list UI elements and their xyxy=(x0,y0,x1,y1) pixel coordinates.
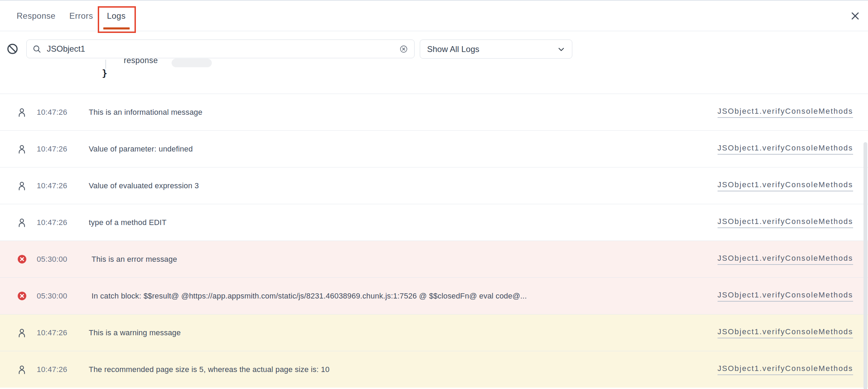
scrolled-json-entry: response } xyxy=(0,58,868,94)
log-message: This is an informational message xyxy=(89,108,718,117)
chevron-down-icon xyxy=(557,45,566,54)
log-source-link[interactable]: JSObject1.verifyConsoleMethods xyxy=(718,144,853,155)
log-row-info[interactable]: 10:47:26 Value of evaluated expression 3… xyxy=(0,167,868,204)
clear-logs-icon[interactable] xyxy=(7,43,18,55)
tab-logs-label: Logs xyxy=(107,11,125,21)
search-icon xyxy=(32,44,42,54)
close-icon[interactable] xyxy=(850,11,860,21)
log-row-error[interactable]: 05:30:00 In catch block: $$result@ @http… xyxy=(0,277,868,314)
clear-search-icon[interactable] xyxy=(399,45,408,53)
log-level-dropdown[interactable]: Show All Logs xyxy=(420,40,572,59)
vertical-scrollbar[interactable] xyxy=(863,142,867,389)
log-search-box xyxy=(26,40,415,58)
log-list: 10:47:26 This is an informational messag… xyxy=(0,94,868,389)
log-source-link[interactable]: JSObject1.verifyConsoleMethods xyxy=(718,254,853,265)
debugger-logs-panel: Response Errors Logs xyxy=(0,0,868,389)
user-icon xyxy=(17,181,27,191)
log-source-link[interactable]: JSObject1.verifyConsoleMethods xyxy=(718,291,853,302)
log-source-link[interactable]: JSObject1.verifyConsoleMethods xyxy=(718,217,853,228)
json-indent-guide xyxy=(105,60,106,69)
search-input[interactable] xyxy=(46,44,399,54)
log-timestamp: 10:47:26 xyxy=(37,365,89,374)
log-message: This is an error message xyxy=(89,255,718,264)
user-icon xyxy=(17,364,27,375)
log-timestamp: 10:47:26 xyxy=(37,108,89,117)
log-message: In catch block: $$result@ @https://app.a… xyxy=(89,292,718,301)
json-closing-brace: } xyxy=(102,68,107,78)
log-source-link[interactable]: JSObject1.verifyConsoleMethods xyxy=(718,107,853,118)
log-row-info[interactable]: 10:47:26 Value of parameter: undefined J… xyxy=(0,130,868,167)
log-message: Value of parameter: undefined xyxy=(89,145,718,154)
log-timestamp: 10:47:26 xyxy=(37,328,89,337)
logs-filter-bar: Show All Logs xyxy=(0,32,868,58)
log-message: The recommended page size is 5, whereas … xyxy=(89,365,718,374)
log-row-warning[interactable]: 10:47:26 The recommended page size is 5,… xyxy=(0,351,868,388)
json-key-response-clipped: response xyxy=(124,58,158,68)
log-row-info[interactable]: 10:47:26 type of a method EDIT JSObject1… xyxy=(0,204,868,241)
error-circle-icon xyxy=(17,291,27,301)
tab-errors[interactable]: Errors xyxy=(69,1,93,31)
log-timestamp: 10:47:26 xyxy=(37,181,89,190)
log-message: Value of evaluated expression 3 xyxy=(89,181,718,190)
log-timestamp: 10:47:26 xyxy=(37,145,89,154)
log-row-warning[interactable]: 10:47:26 This is a warning message JSObj… xyxy=(0,314,868,351)
log-level-dropdown-value: Show All Logs xyxy=(427,44,479,54)
user-icon xyxy=(17,217,27,228)
log-source-link[interactable]: JSObject1.verifyConsoleMethods xyxy=(718,180,853,191)
active-tab-underline xyxy=(103,27,130,29)
json-value-badge xyxy=(172,59,212,67)
log-timestamp: 10:47:26 xyxy=(37,218,89,227)
log-timestamp: 05:30:00 xyxy=(37,255,89,264)
tab-logs[interactable]: Logs xyxy=(107,1,125,31)
log-row-error[interactable]: 05:30:00 This is an error message JSObje… xyxy=(0,241,868,277)
user-icon xyxy=(17,144,27,154)
tab-response[interactable]: Response xyxy=(17,1,55,31)
user-icon xyxy=(17,107,27,118)
log-row-info[interactable]: 10:47:26 This is an informational messag… xyxy=(0,94,868,130)
user-icon xyxy=(17,328,27,338)
log-timestamp: 05:30:00 xyxy=(37,292,89,301)
debugger-tab-bar: Response Errors Logs xyxy=(0,1,868,31)
error-circle-icon xyxy=(17,254,27,264)
log-source-link[interactable]: JSObject1.verifyConsoleMethods xyxy=(718,364,853,375)
log-message: This is a warning message xyxy=(89,328,718,337)
tab-group: Response Errors Logs xyxy=(0,1,125,31)
log-source-link[interactable]: JSObject1.verifyConsoleMethods xyxy=(718,327,853,338)
log-message: type of a method EDIT xyxy=(89,218,718,227)
